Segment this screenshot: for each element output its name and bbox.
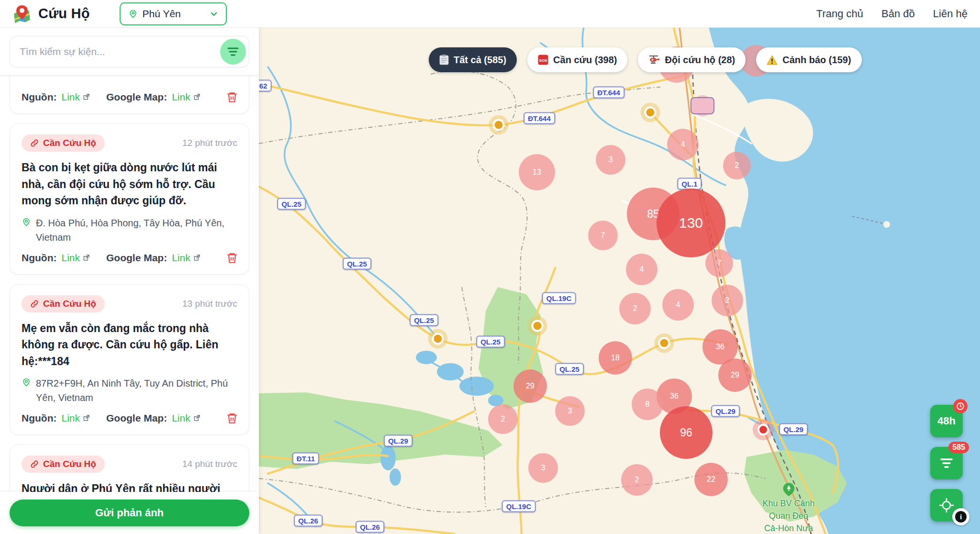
app-title: Cứu Hộ: [38, 6, 90, 22]
warning-icon: [767, 55, 778, 65]
card-links: Nguồn: Link Google Map: Link: [22, 91, 237, 103]
event-title: Mẹ em vẫn còn đang mắc trong nhà không r…: [22, 320, 237, 370]
sidebar: Nguồn: Link Google Map: Link Cần Cứu Hộ …: [0, 27, 259, 534]
map-cluster[interactable]: 2: [621, 464, 653, 496]
road-label: ĐT.11: [292, 453, 319, 465]
source-link[interactable]: Link: [61, 91, 90, 103]
main-nav: Trang chủ Bản đồ Liên hệ: [816, 8, 968, 20]
clock-badge-icon: [953, 399, 968, 413]
external-link-icon: [193, 93, 200, 101]
nav-map[interactable]: Bản đồ: [881, 8, 915, 20]
map-cluster[interactable]: 8: [632, 389, 663, 420]
filter-warning-button[interactable]: Cảnh báo (159): [756, 47, 861, 72]
clipboard-icon: [439, 55, 449, 65]
nav-contact[interactable]: Liên hệ: [933, 8, 968, 20]
map-cluster[interactable]: 2: [619, 293, 651, 324]
map-cluster[interactable]: 18: [599, 341, 632, 375]
map-cluster[interactable]: 22: [694, 463, 728, 496]
road-label: QL.25: [476, 336, 505, 348]
filter-all-button[interactable]: Tất cả (585): [429, 47, 517, 72]
filter-rescue-needed-button[interactable]: SOS Cần cứu (398): [527, 47, 627, 72]
map-cluster[interactable]: 13: [519, 154, 555, 190]
filter-all-label: Tất cả (585): [454, 55, 506, 66]
map-cluster[interactable]: 2: [712, 285, 743, 316]
event-dot-marker[interactable]: [493, 119, 505, 131]
time-range-48h-button[interactable]: 48h: [930, 405, 963, 437]
map-cluster[interactable]: 4: [626, 254, 657, 285]
link-chain-icon: [30, 139, 39, 147]
map-cluster[interactable]: 130: [657, 189, 725, 257]
gmap-link[interactable]: Link: [172, 91, 200, 103]
event-dot-marker[interactable]: [658, 337, 670, 349]
nav-home[interactable]: Trang chủ: [816, 8, 863, 20]
filter-lines-icon: [939, 457, 954, 469]
road-label: QL.29: [779, 423, 808, 435]
map-cluster[interactable]: 3: [528, 453, 558, 483]
location-dropdown[interactable]: Phú Yên: [120, 2, 227, 25]
map-cluster[interactable]: 4: [662, 289, 694, 321]
road-label: QL.25: [343, 258, 371, 270]
map-cluster[interactable]: 2: [488, 404, 518, 434]
event-point-marker[interactable]: [757, 424, 769, 435]
map-filter-button[interactable]: 585: [930, 447, 963, 479]
poi-line: Khu BV Cảnh: [762, 497, 814, 510]
delete-button[interactable]: [225, 411, 239, 427]
gmap-link[interactable]: Link: [172, 412, 200, 424]
tree-pin-icon: [783, 483, 794, 496]
filter-rescue-needed-label: Cần cứu (398): [553, 55, 617, 66]
delete-button[interactable]: [225, 251, 239, 267]
event-dot-marker[interactable]: [532, 320, 544, 332]
road-label: QL.26: [294, 515, 323, 527]
event-card[interactable]: Nguồn: Link Google Map: Link: [10, 76, 249, 114]
gmap-label: Google Map:: [106, 91, 167, 103]
event-card-list[interactable]: Nguồn: Link Google Map: Link Cần Cứu Hộ …: [0, 76, 259, 492]
source-link[interactable]: Link: [61, 412, 90, 424]
gmap-label: Google Map:: [106, 252, 167, 264]
map-canvas[interactable]: 62ĐT.644ĐT.644QL.1QL.25QL.25QL.19CQL.25Q…: [259, 27, 980, 534]
map-cluster[interactable]: 3: [596, 145, 625, 175]
timestamp: 14 phút trước: [182, 459, 237, 469]
chevron-down-icon: [210, 10, 218, 18]
road-label: 62: [259, 80, 271, 92]
card-links: Nguồn: Link Google Map: Link: [22, 252, 237, 264]
map-pin-icon: [22, 378, 31, 387]
map-cluster[interactable]: 7: [588, 221, 618, 250]
map-cluster[interactable]: 29: [718, 358, 752, 392]
sidebar-footer: Gửi phản ánh: [0, 492, 259, 534]
sos-icon: SOS: [538, 55, 548, 65]
event-location: 87R2+F9H, An Ninh Tây, Tuy An District, …: [22, 376, 237, 405]
search-box: [10, 36, 249, 67]
status-badge: Cần Cứu Hộ: [22, 295, 105, 312]
map-controls: 48h 585: [930, 405, 963, 522]
svg-text:SOS: SOS: [539, 58, 548, 63]
map-cluster[interactable]: 7: [705, 249, 733, 277]
external-link-icon: [82, 93, 90, 101]
source-link[interactable]: Link: [61, 252, 90, 264]
map-cluster[interactable]: 2: [723, 152, 751, 179]
event-card[interactable]: Cần Cứu Hộ 12 phút trước Bà con bị kẹt g…: [10, 123, 249, 275]
road-label: QL.29: [384, 435, 412, 447]
road-label: QL.29: [711, 405, 740, 417]
search-section: [0, 27, 259, 76]
filter-warning-label: Cảnh báo (159): [782, 55, 851, 66]
event-point-marker[interactable]: [697, 100, 708, 111]
filter-rescue-team-button[interactable]: Đội cứu hộ (28): [638, 47, 746, 72]
event-card[interactable]: Cần Cứu Hộ 14 phút trước Người dân ở Phú…: [10, 445, 249, 492]
trash-icon: [226, 412, 238, 424]
event-card[interactable]: Cần Cứu Hộ 13 phút trước Mẹ em vẫn còn đ…: [10, 284, 249, 435]
map-cluster[interactable]: 4: [667, 129, 699, 160]
map-cluster[interactable]: 96: [660, 406, 713, 459]
map-cluster[interactable]: 29: [513, 369, 547, 403]
search-input[interactable]: [10, 46, 249, 57]
gmap-link[interactable]: Link: [172, 252, 200, 264]
map-cluster[interactable]: 3: [555, 396, 585, 426]
info-icon: i: [955, 511, 967, 523]
map-attribution-info-button[interactable]: i: [952, 508, 969, 525]
submit-report-button[interactable]: Gửi phản ánh: [10, 500, 249, 526]
delete-button[interactable]: [225, 90, 239, 106]
search-filter-button[interactable]: [220, 39, 246, 65]
event-dot-marker[interactable]: [432, 333, 444, 345]
crosshair-icon: [938, 497, 955, 513]
timestamp: 13 phút trước: [182, 299, 237, 309]
event-dot-marker[interactable]: [645, 107, 657, 119]
